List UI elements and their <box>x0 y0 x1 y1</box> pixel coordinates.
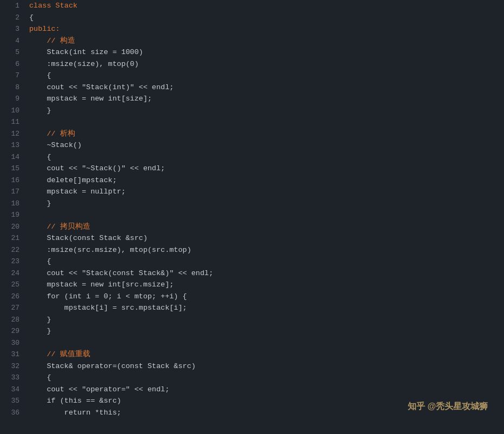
line-number: 25 <box>9 279 19 291</box>
line-number: 30 <box>9 337 19 349</box>
line-number: 4 <box>9 35 19 47</box>
line-number: 5 <box>9 46 19 58</box>
line-number: 1 <box>9 0 19 12</box>
code-line: Stack(int size = 1000) <box>29 46 504 58</box>
code-line: { <box>29 70 504 82</box>
line-number: 24 <box>9 268 19 279</box>
code-line: { <box>29 151 504 163</box>
code-line: :msize(size), mtop(0) <box>29 58 504 70</box>
line-number: 10 <box>9 105 19 117</box>
code-line: } <box>29 325 504 337</box>
code-content: 1234567891011121314151617181920212223242… <box>0 0 504 434</box>
line-number: 20 <box>9 221 19 233</box>
line-number: 8 <box>9 82 19 94</box>
code-line: cout << "Stack(int)" << endl; <box>29 82 504 94</box>
code-line: } <box>29 105 504 117</box>
line-number: 9 <box>9 93 19 105</box>
line-number: 28 <box>9 314 19 326</box>
line-number: 3 <box>9 23 19 35</box>
code-line: for (int i = 0; i < mtop; ++i) { <box>29 291 504 303</box>
code-line: mpstack[i] = src.mpstack[i]; <box>29 302 504 314</box>
code-line: public: <box>29 23 504 35</box>
line-numbers: 1234567891011121314151617181920212223242… <box>0 0 24 434</box>
code-line: mpstack = new int[src.msize]; <box>29 279 504 291</box>
code-line: { <box>29 12 504 24</box>
code-line <box>29 337 504 349</box>
line-number: 33 <box>9 372 19 384</box>
code-line: delete[]mpstack; <box>29 175 504 186</box>
line-number: 6 <box>9 58 19 70</box>
line-number: 22 <box>9 244 19 256</box>
code-line <box>29 116 504 128</box>
code-line <box>29 209 504 221</box>
line-number: 35 <box>9 395 19 407</box>
code-lines: class Stack{public: // 构造 Stack(int size… <box>24 0 504 434</box>
code-line: mpstack = nullptr; <box>29 186 504 198</box>
code-line: // 赋值重载 <box>29 349 504 360</box>
line-number: 27 <box>9 302 19 314</box>
code-line: { <box>29 256 504 268</box>
line-number: 26 <box>9 291 19 303</box>
code-line: // 构造 <box>29 35 504 47</box>
code-line: return *this; <box>29 407 504 419</box>
line-number: 32 <box>9 360 19 372</box>
code-line: // 析构 <box>29 128 504 140</box>
code-line: cout << "operator=" << endl; <box>29 384 504 396</box>
line-number: 29 <box>9 325 19 337</box>
line-number: 23 <box>9 256 19 268</box>
line-number: 21 <box>9 232 19 244</box>
code-line: class Stack <box>29 0 504 12</box>
code-line: :msize(src.msize), mtop(src.mtop) <box>29 244 504 256</box>
line-number: 36 <box>9 407 19 419</box>
line-number: 7 <box>9 70 19 82</box>
line-number: 17 <box>9 186 19 198</box>
code-line: cout << "Stack(const Stack&)" << endl; <box>29 268 504 279</box>
code-line: } <box>29 198 504 210</box>
line-number: 13 <box>9 139 19 151</box>
code-line: mpstack = new int[size]; <box>29 93 504 105</box>
code-line: ~Stack() <box>29 139 504 151</box>
line-number: 16 <box>9 175 19 186</box>
code-line: if (this == &src) <box>29 395 504 407</box>
line-number: 31 <box>9 349 19 360</box>
line-number: 34 <box>9 384 19 396</box>
code-line: { <box>29 372 504 384</box>
line-number: 11 <box>9 116 19 128</box>
line-number: 19 <box>9 209 19 221</box>
line-number: 15 <box>9 163 19 175</box>
line-number: 2 <box>9 12 19 24</box>
code-line: Stack(const Stack &src) <box>29 232 504 244</box>
line-number: 14 <box>9 151 19 163</box>
line-number: 18 <box>9 198 19 210</box>
code-line: // 拷贝构造 <box>29 221 504 233</box>
line-number: 12 <box>9 128 19 140</box>
code-line: cout << "~Stack()" << endl; <box>29 163 504 175</box>
code-editor: 1234567891011121314151617181920212223242… <box>0 0 504 434</box>
code-line: } <box>29 314 504 326</box>
code-line: Stack& operator=(const Stack &src) <box>29 360 504 372</box>
